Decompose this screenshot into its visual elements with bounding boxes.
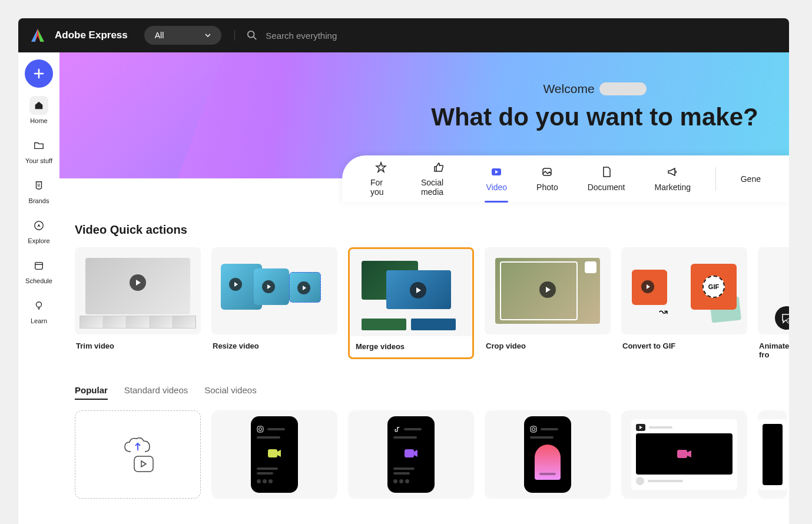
qa-label: Crop video [485, 341, 611, 350]
header-bar: Adobe Express All [18, 18, 789, 52]
tab-photo[interactable]: Photo [532, 164, 563, 194]
svg-rect-14 [257, 426, 263, 432]
sidebar-item-your-stuff[interactable]: Your stuff [18, 132, 59, 168]
sidebar-item-schedule[interactable]: Schedule [18, 253, 59, 288]
tab-document[interactable]: Document [583, 164, 630, 194]
search-icon [247, 30, 257, 41]
tab-marketing[interactable]: Marketing [650, 164, 695, 194]
thumbsup-icon [433, 161, 445, 173]
sidebar-item-label: Learn [31, 317, 47, 324]
sidebar-item-learn[interactable]: Learn [18, 293, 59, 328]
qa-label: Trim video [75, 341, 201, 350]
video-camera-icon [677, 449, 691, 459]
main-content: Welcome What do you want to make? For yo… [59, 52, 789, 524]
svg-point-19 [532, 428, 535, 431]
tab-for-you[interactable]: For you [366, 159, 396, 199]
home-icon [34, 100, 44, 111]
category-tabs: For you Social media Video Photo Documen… [342, 155, 789, 203]
svg-rect-6 [35, 263, 43, 270]
filter-selected-label: All [155, 31, 164, 40]
svg-rect-17 [405, 449, 414, 457]
tab-social-media[interactable]: Social media [416, 159, 462, 199]
template-instagram-reel[interactable] [211, 410, 337, 499]
search-container[interactable] [234, 30, 777, 41]
template-upload[interactable] [75, 410, 201, 499]
svg-line-1 [254, 37, 257, 39]
quick-action-convert-to-gif[interactable]: GIF ↝ Convert to GIF [621, 247, 747, 359]
svg-rect-16 [268, 449, 277, 457]
section-title-quick-actions: Video Quick actions [75, 223, 774, 237]
search-filter-dropdown[interactable]: All [144, 26, 222, 45]
video-camera-icon [268, 448, 281, 459]
sidebar-item-label: Home [30, 117, 47, 124]
template-tabs: Popular Standard videos Social videos [75, 385, 774, 400]
star-icon [375, 161, 387, 173]
plus-icon [33, 68, 45, 79]
template-youtube-video[interactable] [621, 410, 747, 499]
quick-actions-row: Trim video Resize video [75, 247, 774, 359]
svg-point-0 [248, 31, 254, 38]
welcome-line: Welcome [412, 82, 777, 96]
photo-icon [541, 166, 553, 178]
brand-icon: B [34, 180, 44, 191]
create-button[interactable] [25, 59, 53, 88]
youtube-icon [636, 424, 645, 431]
template-tiktok-video[interactable] [348, 410, 474, 499]
welcome-text: Welcome [543, 82, 594, 96]
tab-label: Social media [421, 178, 457, 197]
svg-point-15 [259, 428, 262, 431]
template-instagram-story[interactable] [485, 410, 611, 499]
adobe-logo-icon [30, 28, 45, 43]
username-redacted [599, 82, 647, 95]
calendar-icon [34, 260, 44, 271]
sidebar-item-home[interactable]: Home [18, 92, 59, 128]
quick-action-animate[interactable]: Animate fro [758, 247, 789, 359]
tab-label: For you [370, 178, 392, 197]
document-icon [601, 166, 612, 178]
sidebar-item-label: Your stuff [25, 157, 52, 164]
megaphone-icon [667, 166, 678, 178]
tab-label: Photo [536, 183, 558, 192]
template-tab-social[interactable]: Social videos [204, 385, 256, 400]
sidebar: Home Your stuff B Brands Explore Schedul… [18, 52, 59, 524]
tab-label: Video [486, 183, 508, 192]
svg-rect-13 [134, 456, 153, 472]
body: Home Your stuff B Brands Explore Schedul… [18, 52, 789, 524]
hero-title: What do you want to make? [412, 103, 777, 131]
sidebar-item-explore[interactable]: Explore [18, 213, 59, 248]
app-window: Adobe Express All Home Your stuff B [18, 18, 789, 524]
tab-label: Document [588, 183, 625, 192]
play-icon [490, 166, 502, 178]
sidebar-item-label: Brands [29, 197, 49, 204]
qa-label: Merge videos [350, 336, 472, 356]
video-camera-icon [405, 448, 417, 459]
sidebar-item-label: Schedule [25, 277, 52, 284]
tab-generate[interactable]: Gene [736, 172, 765, 186]
tiktok-icon [393, 426, 400, 433]
sidebar-item-label: Explore [28, 237, 49, 244]
arrow-icon: ↝ [659, 305, 668, 318]
svg-rect-21 [677, 450, 687, 458]
gif-badge: GIF [702, 276, 725, 298]
tab-video[interactable]: Video [482, 164, 512, 194]
quick-action-resize-video[interactable]: Resize video [211, 247, 337, 359]
compass-icon [34, 220, 44, 231]
folder-icon [34, 140, 44, 151]
template-more[interactable] [758, 410, 787, 499]
quick-action-trim-video[interactable]: Trim video [75, 247, 201, 359]
tab-label: Gene [741, 174, 761, 184]
chevron-down-icon [205, 32, 211, 38]
quick-action-crop-video[interactable]: Crop video [485, 247, 611, 359]
sidebar-item-brands[interactable]: B Brands [18, 173, 59, 208]
quick-action-merge-videos[interactable]: Merge videos [348, 247, 474, 359]
template-tab-popular[interactable]: Popular [75, 385, 108, 400]
instagram-icon [530, 426, 537, 433]
instagram-icon [257, 426, 264, 433]
svg-text:B: B [38, 183, 41, 188]
search-input[interactable] [266, 31, 442, 41]
play-doc-icon [132, 454, 155, 474]
tab-label: Marketing [655, 183, 691, 192]
template-tab-standard[interactable]: Standard videos [124, 385, 188, 400]
svg-point-8 [37, 302, 42, 307]
qa-label: Resize video [211, 341, 337, 350]
